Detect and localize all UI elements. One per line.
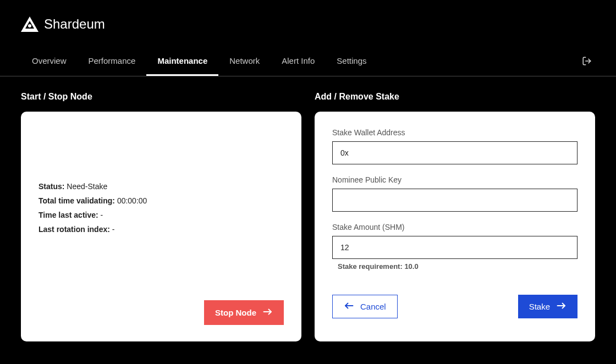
stake-label: Stake [529,302,550,311]
topbar: Overview Performance Maintenance Network… [0,48,616,76]
status-value: Need-Stake [67,182,107,191]
svg-point-0 [28,24,31,27]
total-time-value: 00:00:00 [117,196,147,205]
amount-label: Stake Amount (SHM) [332,223,578,231]
stake-card: Stake Wallet Address Nominee Public Key … [315,112,595,341]
nominee-input[interactable] [332,189,578,212]
amount-group: Stake Amount (SHM) Stake requirement: 10… [332,223,578,271]
node-stats: Status: Need-Stake Total time validating… [38,182,284,234]
status-row: Status: Need-Stake [38,182,284,191]
brand-name: Shardeum [44,16,105,32]
arrow-right-icon [557,302,566,311]
tabs: Overview Performance Maintenance Network… [21,48,378,76]
node-card: Status: Need-Stake Total time validating… [21,112,301,341]
stake-column: Add / Remove Stake Stake Wallet Address … [315,92,595,341]
cancel-label: Cancel [360,302,386,311]
requirement-hint: Stake requirement: 10.0 [332,262,578,271]
wallet-group: Stake Wallet Address [332,128,578,164]
nominee-group: Nominee Public Key [332,175,578,212]
amount-input[interactable] [332,236,578,259]
tab-maintenance[interactable]: Maintenance [146,48,218,76]
tab-performance[interactable]: Performance [78,48,147,76]
tab-settings[interactable]: Settings [326,48,377,76]
stake-button[interactable]: Stake [518,295,578,318]
header: Shardeum [0,0,616,37]
arrow-left-icon [344,302,354,311]
tab-network[interactable]: Network [218,48,271,76]
tab-overview[interactable]: Overview [21,48,78,76]
tab-alert-info[interactable]: Alert Info [271,48,326,76]
cancel-button[interactable]: Cancel [332,295,398,318]
last-active-label: Time last active: [38,211,98,219]
status-label: Status: [38,182,64,191]
rotation-value: - [112,225,115,234]
form-actions: Cancel Stake [332,295,578,318]
rotation-row: Last rotation index: - [38,225,284,234]
main-content: Start / Stop Node Status: Need-Stake Tot… [0,76,616,341]
rotation-label: Last rotation index: [38,225,110,234]
stop-node-button[interactable]: Stop Node [204,300,284,325]
wallet-input[interactable] [332,141,578,164]
requirement-label: Stake requirement: [338,262,403,271]
last-active-value: - [101,211,103,219]
node-section-title: Start / Stop Node [21,92,301,102]
stop-node-label: Stop Node [215,308,256,317]
total-time-row: Total time validating: 00:00:00 [38,196,284,205]
node-column: Start / Stop Node Status: Need-Stake Tot… [21,92,301,341]
logout-icon[interactable] [579,53,595,71]
last-active-row: Time last active: - [38,211,284,219]
requirement-value: 10.0 [404,262,418,271]
brand-logo: Shardeum [21,16,105,32]
arrow-right-icon [263,308,273,317]
nominee-label: Nominee Public Key [332,175,578,184]
wallet-label: Stake Wallet Address [332,128,578,137]
stake-section-title: Add / Remove Stake [315,92,595,102]
total-time-label: Total time validating: [38,196,115,205]
shardeum-logo-icon [21,16,38,32]
